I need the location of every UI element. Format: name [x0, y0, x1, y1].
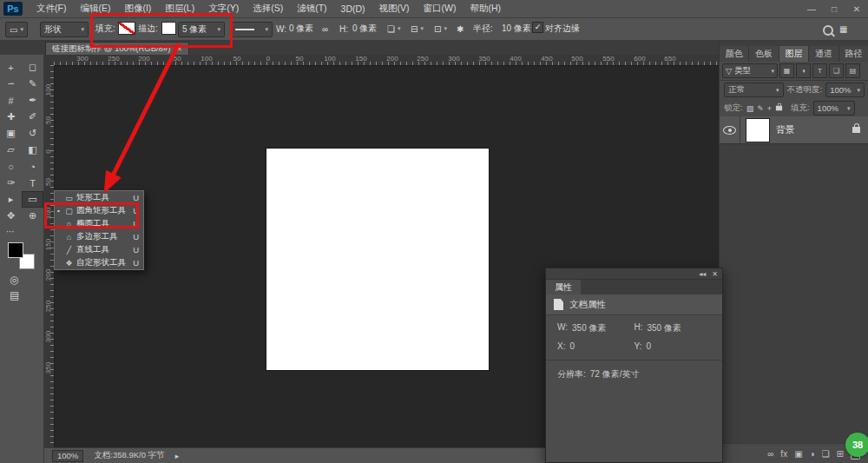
new-layer-icon[interactable]: ⊞ [837, 449, 844, 459]
height-value[interactable]: 0 像素 [352, 22, 377, 36]
document-tab[interactable]: 链接图标制作 @ 100%(RGB/8#) ✕ [45, 42, 189, 56]
history-brush-tool[interactable]: ↺ [22, 125, 43, 142]
brush-tool[interactable]: ✐ [22, 109, 43, 125]
quick-mask-icon[interactable]: ◎ [10, 274, 18, 286]
close-document-icon[interactable]: ✕ [176, 45, 182, 53]
flyout-ellipse-tool[interactable]: ○ 椭圆工具 U [55, 217, 143, 230]
document-canvas[interactable] [266, 149, 489, 370]
link-layers-icon[interactable]: ∞ [767, 449, 773, 459]
layer-thumbnail[interactable] [746, 119, 769, 142]
path-operations-dropdown[interactable]: ❏ ▾ [387, 22, 400, 36]
gear-icon[interactable]: ✱ [457, 22, 464, 36]
tab-paths[interactable]: 路径 [839, 46, 868, 62]
menu-type[interactable]: 文字(Y) [201, 0, 246, 17]
close-button[interactable]: ✕ [845, 0, 868, 17]
gradient-tool[interactable]: ◧ [22, 142, 43, 158]
menu-file[interactable]: 文件(F) [30, 0, 73, 17]
quick-selection-tool[interactable]: ✎ [22, 76, 43, 92]
filter-smart-objects-icon[interactable]: ▤ [845, 63, 860, 78]
menu-edit[interactable]: 编辑(E) [73, 0, 117, 17]
minimize-button[interactable]: — [800, 0, 823, 17]
menu-help[interactable]: 帮助(H) [464, 0, 509, 17]
path-selection-tool[interactable]: ▸ [0, 191, 22, 208]
filter-shape-layers-icon[interactable]: ❏ [829, 63, 844, 78]
flyout-line-tool[interactable]: ╱ 直线工具 U [55, 243, 143, 256]
close-panel-icon[interactable]: ✕ [712, 270, 718, 278]
link-dimensions-icon[interactable]: ∞ [322, 22, 328, 36]
layer-row-background[interactable]: 背景 [720, 116, 868, 144]
menu-view[interactable]: 视图(V) [372, 0, 417, 17]
clone-stamp-tool[interactable]: ▣ [0, 125, 22, 142]
tab-channels[interactable]: 通道 [809, 46, 838, 62]
flyout-rectangle-tool[interactable]: ▭ 矩形工具 U [55, 191, 143, 204]
menu-filter[interactable]: 滤镜(T) [290, 0, 333, 17]
radius-value[interactable]: 10 像素 [502, 22, 531, 36]
tab-swatches[interactable]: 色板 [749, 46, 779, 62]
new-group-icon[interactable]: ❏ [822, 449, 830, 459]
status-menu-arrow-icon[interactable]: ▸ [175, 452, 180, 460]
foreground-color-swatch[interactable] [8, 242, 23, 258]
menu-select[interactable]: 选择(S) [246, 0, 290, 17]
rect-marquee-tool[interactable]: ◻ [22, 59, 43, 76]
lock-pixels-icon[interactable]: ✎ [757, 104, 764, 113]
layer-visibility-eye-icon[interactable] [723, 126, 736, 135]
flyout-custom-shape-tool[interactable]: ❖ 自定形状工具 U [55, 256, 143, 269]
tab-properties[interactable]: 属性 [546, 280, 581, 294]
menu-3d[interactable]: 3D(D) [334, 0, 372, 17]
blend-mode-select[interactable]: 正常 ▾ [724, 83, 784, 97]
layer-name[interactable]: 背景 [776, 124, 852, 136]
horizontal-ruler[interactable]: 300 250 200 150 100 50 0 50 100 150 200 … [54, 55, 719, 66]
layer-filter-type-dropdown[interactable]: ▽ 类型 ▾ [722, 63, 778, 78]
hand-tool[interactable]: ✥ [0, 208, 22, 224]
fill-color-swatch[interactable] [118, 22, 135, 35]
flyout-rounded-rectangle-tool[interactable]: • ▢ 圆角矩形工具 U [55, 204, 143, 217]
zoom-tool[interactable]: ⊕ [22, 208, 43, 224]
lock-all-icon[interactable] [776, 106, 782, 111]
eyedropper-tool[interactable]: ✒ [22, 92, 43, 109]
filter-adjustment-layers-icon[interactable]: ◑ [796, 63, 811, 78]
screen-mode-icon[interactable]: ▤ [10, 289, 19, 301]
tab-color[interactable]: 颜色 [720, 46, 749, 62]
fill-opacity-field[interactable]: 100% ▾ [813, 101, 855, 116]
search-icon[interactable] [823, 25, 833, 36]
stroke-width-field[interactable]: 5 像素 ▾ [178, 22, 225, 37]
move-tool[interactable]: + [0, 59, 22, 76]
layer-styles-icon[interactable]: fx [780, 449, 787, 459]
lock-transparency-icon[interactable]: ▨ [746, 104, 754, 113]
menu-image[interactable]: 图像(I) [117, 0, 158, 17]
adjustment-layer-icon[interactable]: ◑ [810, 449, 815, 459]
flyout-polygon-tool[interactable]: ⌂ 多边形工具 U [55, 230, 143, 243]
workspace-switcher-icon[interactable]: ▦ [839, 22, 847, 36]
collapse-panel-icon[interactable]: ◂◂ [699, 270, 706, 278]
dodge-tool[interactable]: ◔ [22, 158, 43, 175]
document-size-info[interactable]: 文档:358.9K/0 字节 [94, 450, 164, 461]
filter-type-layers-icon[interactable]: T [812, 63, 827, 78]
restore-button[interactable]: □ [823, 0, 845, 17]
add-layer-mask-icon[interactable]: ▣ [794, 449, 802, 459]
tab-layers[interactable]: 图层 [779, 46, 809, 62]
menu-layer[interactable]: 图层(L) [158, 0, 201, 17]
blur-tool[interactable]: ○ [0, 158, 22, 175]
type-tool[interactable]: T [22, 175, 43, 191]
menu-window[interactable]: 窗口(W) [417, 0, 464, 17]
opacity-field[interactable]: 100% ▾ [825, 83, 865, 97]
stroke-style-dropdown[interactable]: ▾ [231, 22, 273, 37]
align-edges-checkbox[interactable]: ✓ [532, 22, 543, 33]
edit-toolbar-icon[interactable]: ⋯ [6, 227, 15, 236]
zoom-level-field[interactable]: 100% [52, 450, 83, 462]
pen-tool[interactable]: ✑ [0, 175, 22, 191]
eraser-tool[interactable]: ▱ [0, 142, 22, 158]
properties-titlebar[interactable]: ◂◂ ✕ [546, 268, 722, 280]
path-arrangement-dropdown[interactable]: ⊡ ▾ [434, 22, 447, 36]
rectangle-shape-tool[interactable]: ▭ [22, 191, 43, 208]
notification-badge[interactable]: 38 [845, 433, 868, 457]
width-value[interactable]: 0 像素 [289, 22, 313, 36]
tool-mode-select[interactable]: 形状 ▾ [40, 22, 89, 37]
filter-pixel-layers-icon[interactable]: ▦ [779, 63, 794, 78]
healing-brush-tool[interactable]: ✚ [0, 109, 22, 125]
path-alignment-dropdown[interactable]: ⊟ ▾ [411, 22, 424, 36]
lock-position-icon[interactable]: + [767, 104, 772, 113]
lasso-tool[interactable]: ∽ [0, 76, 22, 92]
crop-tool[interactable]: # [0, 92, 22, 109]
stroke-color-swatch[interactable] [161, 22, 176, 35]
